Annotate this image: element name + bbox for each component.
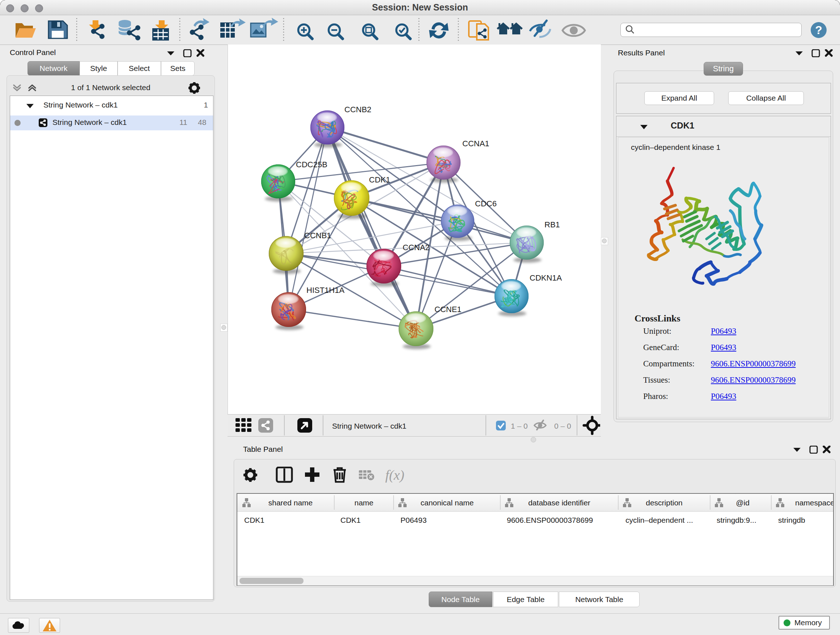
svg-text:database identifier: database identifier bbox=[528, 499, 591, 507]
svg-text:HIST1H1A: HIST1H1A bbox=[306, 286, 344, 295]
svg-text:CCNE1: CCNE1 bbox=[434, 305, 462, 314]
svg-text:description: description bbox=[646, 499, 683, 507]
svg-text:0 – 0: 0 – 0 bbox=[554, 422, 571, 430]
svg-text:RB1: RB1 bbox=[545, 220, 560, 229]
svg-text:CDC25B: CDC25B bbox=[296, 160, 327, 169]
svg-text:CDK1: CDK1 bbox=[369, 175, 390, 184]
svg-text:CCNB1: CCNB1 bbox=[304, 231, 332, 240]
svg-text:1 – 0: 1 – 0 bbox=[511, 422, 528, 430]
svg-text:namespace: namespace bbox=[795, 499, 833, 507]
svg-text:CCNA1: CCNA1 bbox=[462, 139, 489, 148]
svg-text:CCNB2: CCNB2 bbox=[344, 105, 371, 114]
svg-text:canonical name: canonical name bbox=[420, 499, 474, 507]
svg-text:f(x): f(x) bbox=[385, 467, 404, 483]
svg-text:CDC6: CDC6 bbox=[475, 199, 497, 208]
svg-text:name: name bbox=[355, 499, 374, 507]
svg-text:shared name: shared name bbox=[268, 499, 313, 507]
svg-text:CDKN1A: CDKN1A bbox=[530, 273, 562, 282]
svg-text:CCNA2: CCNA2 bbox=[403, 243, 430, 252]
svg-text:String Network – cdk1: String Network – cdk1 bbox=[332, 422, 406, 430]
svg-text:@id: @id bbox=[736, 499, 750, 507]
